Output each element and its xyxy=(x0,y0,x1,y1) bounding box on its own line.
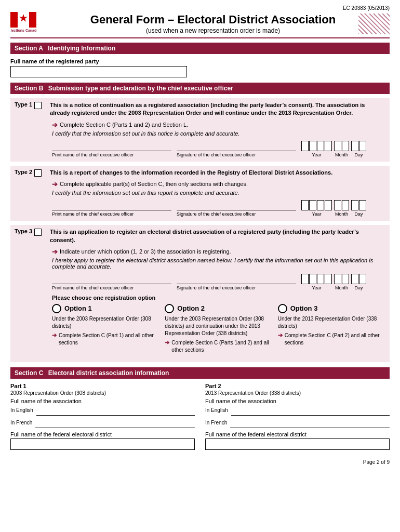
type1-year-box3[interactable] xyxy=(317,141,324,151)
type1-date-block: Year Month xyxy=(301,141,366,157)
elections-canada-logo: Elections Canada xyxy=(10,12,36,35)
type1-title: This is a notice of continuation as a re… xyxy=(50,101,385,117)
type2-day-box2[interactable] xyxy=(359,200,366,210)
type3-sig-block1: Print name of the chief executive office… xyxy=(52,273,171,290)
svg-rect-3 xyxy=(29,12,33,28)
page-footer: Page 2 of 9 xyxy=(10,459,390,465)
option2-desc: Under the 2003 Representation Order (308… xyxy=(165,315,272,354)
part1-desc: 2003 Representation Order (308 districts… xyxy=(10,390,195,396)
type3-print-label: Print name of the chief executive office… xyxy=(52,285,171,290)
type3-month-field: Month xyxy=(334,274,349,290)
part1-assoc-name-label: Full name of the association xyxy=(10,398,195,404)
type1-print-label: Print name of the chief executive office… xyxy=(52,152,171,157)
type1-signature-input[interactable] xyxy=(177,140,296,151)
type2-month-box2[interactable] xyxy=(342,200,349,210)
type3-year-box1[interactable] xyxy=(301,274,309,284)
option1-label: Option 1 xyxy=(52,304,159,313)
party-name-input[interactable] xyxy=(10,66,187,77)
type2-content: This is a report of changes to the infor… xyxy=(46,166,390,221)
section-a-title: Identifying Information xyxy=(48,45,115,52)
type2-year-box1[interactable] xyxy=(301,200,309,210)
type1-certify: I certify that the information set out i… xyxy=(52,130,385,137)
arrow-icon-1: ➔ xyxy=(52,121,58,129)
type3-instructions: ➔ Indicate under which option (1, 2 or 3… xyxy=(50,248,385,355)
section-c-letter: Section C xyxy=(15,369,43,377)
part1-district-input[interactable] xyxy=(10,438,195,450)
type2-title: This is a report of changes to the infor… xyxy=(50,169,385,177)
type1-year-box1[interactable] xyxy=(301,141,309,151)
type3-year-box3[interactable] xyxy=(317,274,324,284)
part2-col: Part 2 2013 Representation Order (338 di… xyxy=(205,383,390,453)
type1-day-field: Day xyxy=(351,141,366,157)
arrow-icon-opt1: ➔ xyxy=(52,331,57,339)
type1-month-label: Month xyxy=(335,152,348,157)
type3-day-boxes xyxy=(351,274,366,284)
type1-block: Type 1 This is a notice of continuation … xyxy=(10,98,390,162)
part1-french-input[interactable] xyxy=(35,418,195,428)
part1-french-field: In French xyxy=(10,418,195,428)
type1-checkbox[interactable] xyxy=(34,102,42,109)
type2-signature-input[interactable] xyxy=(177,199,296,210)
type2-month-field: Month xyxy=(334,200,349,217)
part2-english-input[interactable] xyxy=(231,405,390,416)
type3-print-name-input[interactable] xyxy=(52,273,171,284)
title-area: General Form – Electoral District Associ… xyxy=(68,13,358,34)
type2-year-box3[interactable] xyxy=(317,200,324,210)
type1-day-box2[interactable] xyxy=(359,141,366,151)
type1-sig-block2: Signature of the chief executive officer xyxy=(177,140,296,157)
type3-month-box1[interactable] xyxy=(334,274,341,284)
type3-year-box2[interactable] xyxy=(309,274,316,284)
part2-district-input[interactable] xyxy=(205,438,390,450)
type2-print-name-input[interactable] xyxy=(52,199,171,210)
type3-year-box4[interactable] xyxy=(325,274,332,284)
part1-french-label: In French xyxy=(10,420,32,425)
option3-radio[interactable] xyxy=(278,304,287,313)
option2-radio[interactable] xyxy=(165,304,174,313)
page-header: Elections Canada General Form – Electora… xyxy=(10,12,390,38)
type1-year-box2[interactable] xyxy=(309,141,316,151)
section-b-header: Section B Submission type and declaratio… xyxy=(10,83,390,94)
type2-year-box4[interactable] xyxy=(325,200,332,210)
type3-date-block: Year Month xyxy=(301,274,366,290)
type2-month-boxes xyxy=(334,200,349,210)
type1-year-box4[interactable] xyxy=(325,141,332,151)
arrow-icon-opt2: ➔ xyxy=(165,339,169,347)
type2-label: Type 2 xyxy=(10,166,46,221)
section-c-title: Electoral district association informati… xyxy=(48,369,169,377)
type2-month-box1[interactable] xyxy=(334,200,341,210)
header-decoration xyxy=(358,14,390,34)
type1-year-label: Year xyxy=(312,152,321,157)
type2-block: Type 2 This is a report of changes to th… xyxy=(10,166,390,221)
section-a-letter: Section A xyxy=(15,45,43,52)
type3-day-box1[interactable] xyxy=(351,274,358,284)
part1-english-input[interactable] xyxy=(36,405,195,416)
section-c-cols: Part 1 2003 Representation Order (308 di… xyxy=(10,383,390,453)
type3-checkbox[interactable] xyxy=(34,229,42,236)
type2-checkbox[interactable] xyxy=(34,169,42,177)
section-b: Section B Submission type and declaratio… xyxy=(10,83,390,362)
type1-day-box1[interactable] xyxy=(351,141,358,151)
type1-year-boxes xyxy=(301,141,332,151)
type2-year-box2[interactable] xyxy=(309,200,316,210)
type2-day-box1[interactable] xyxy=(351,200,358,210)
type1-month-box1[interactable] xyxy=(334,141,341,151)
type2-day-label: Day xyxy=(355,211,363,217)
option1-col: Option 1 Under the 2003 Representation O… xyxy=(52,304,159,355)
type2-date-block: Year Month xyxy=(301,200,366,217)
part1-english-label: In English xyxy=(10,407,33,413)
type3-day-box2[interactable] xyxy=(359,274,366,284)
type3-content: This is an application to register an el… xyxy=(46,225,390,362)
type1-print-name-input[interactable] xyxy=(52,140,171,151)
type3-signature-input[interactable] xyxy=(177,273,296,284)
option1-desc: Under the 2003 Representation Order (308… xyxy=(52,315,159,347)
party-name-label: Full name of the registered party xyxy=(10,58,390,64)
main-title: General Form – Electoral District Associ… xyxy=(68,13,358,26)
option1-radio[interactable] xyxy=(52,304,61,313)
part2-french-input[interactable] xyxy=(230,418,390,428)
logo-area: Elections Canada xyxy=(10,12,68,35)
part2-district-label: Full name of the federal electoral distr… xyxy=(205,431,390,437)
part2-desc: 2013 Representation Order (338 districts… xyxy=(205,390,390,396)
type2-sig-block1: Print name of the chief executive office… xyxy=(52,199,171,217)
type1-month-box2[interactable] xyxy=(342,141,349,151)
type3-month-box2[interactable] xyxy=(342,274,349,284)
